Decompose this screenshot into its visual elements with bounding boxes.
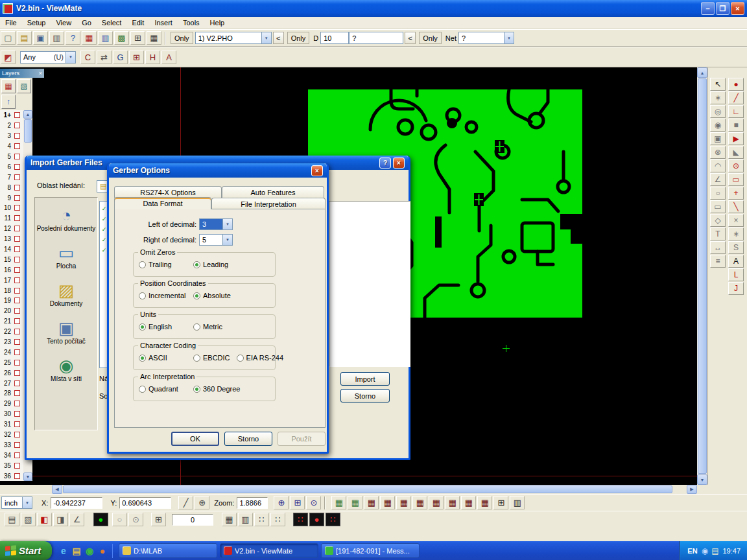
task-mlab[interactable]: D:\MLAB [119,543,217,558]
place-recent-documents[interactable]: ◔Poslední dokumenty [36,205,96,232]
pointer-tool-icon[interactable]: ↖ [710,78,726,91]
film-table2-icon[interactable]: ▦ [380,496,395,509]
film-select-icon[interactable]: ▦ [82,31,97,45]
radio-incremental[interactable]: Incremental [139,292,193,299]
place-desktop[interactable]: ▭Plocha [36,243,96,270]
layer-row[interactable]: 22 [0,327,23,337]
menu-item-setup[interactable]: Setup [22,18,51,28]
layer-row[interactable]: 24 [0,347,23,357]
gear-icon[interactable]: ∗ [728,228,744,240]
layer-row[interactable]: 28 [0,388,23,399]
layer-color-box[interactable] [14,205,20,211]
pad-round-icon[interactable]: ◎ [710,105,726,118]
rotate-icon[interactable]: ∠ [69,513,84,526]
chevron-down-icon[interactable]: ▼ [22,497,32,508]
menu-item-view[interactable]: View [51,18,77,28]
layer-row[interactable]: 34 [0,450,23,460]
layer-color-box[interactable] [14,308,20,314]
tab-data-format[interactable]: Data Format [114,197,211,209]
a-text-icon[interactable]: A [161,51,176,64]
black-grid2-icon[interactable]: ▥ [510,496,525,509]
zoom-in-icon[interactable]: ⊕ [274,496,289,509]
menu-item-select[interactable]: Select [97,18,127,28]
layer-row[interactable]: 10 [0,203,23,213]
measure-grid-icon[interactable]: ▦ [147,31,161,45]
layer-color-box[interactable] [14,226,20,231]
layer-color-box[interactable] [14,411,20,417]
prev-film-button[interactable]: < [273,32,284,44]
layer-color-box[interactable] [14,215,20,221]
wedge-tool-icon[interactable]: ◣ [728,146,744,159]
layer-row[interactable]: 27 [0,378,23,388]
thermal-pad-icon[interactable]: ⊗ [710,146,726,159]
tab-auto-features[interactable]: Auto Features [222,186,324,198]
place-documents[interactable]: ▨Dokumenty [36,281,96,307]
layer-color-box[interactable] [14,143,20,149]
target-pad-icon[interactable]: ⊙ [728,159,744,172]
layer-row[interactable]: 17 [0,275,23,285]
layer-color-box[interactable] [14,288,20,294]
layer-row[interactable]: 20 [0,306,23,316]
layer-row[interactable]: 13 [0,234,23,244]
layer-row[interactable]: 2 [0,121,23,131]
folder-quicklaunch-icon[interactable]: ▤ [70,544,83,557]
new-file-icon[interactable]: ▢ [1,31,16,45]
left-decimal-select[interactable]: 3 ▼ [199,218,233,230]
context-help-icon[interactable]: ? [65,31,80,45]
text-tool-icon[interactable]: T [710,228,726,240]
close-icon[interactable]: × [39,70,42,76]
update-quicklaunch-icon[interactable]: ◉ [83,544,96,557]
pad-square-icon[interactable]: ▣ [710,132,726,145]
film-table6-icon[interactable]: ▦ [445,496,460,509]
open-file-icon[interactable]: ▤ [17,31,32,45]
layer-color-box[interactable] [14,122,20,128]
tray-keyboard-icon[interactable]: ▤ [711,546,718,555]
lamp-off-icon[interactable]: ○ [112,513,127,526]
stack-tool-icon[interactable]: ≡ [710,255,726,268]
layer-row[interactable]: 32 [0,430,23,440]
layer-color-box[interactable] [14,246,20,252]
layer-color-box[interactable] [14,432,20,438]
start-button[interactable]: Start [0,541,52,560]
layer-color-box[interactable] [14,370,20,376]
layer-color-box[interactable] [14,195,20,201]
layer-color-box[interactable] [14,349,20,355]
file-list[interactable] [329,201,410,367]
layer-color-box[interactable] [14,112,20,118]
layer-color-box[interactable] [14,473,20,479]
ortho-trace-icon[interactable]: ∟ [728,105,744,118]
frame-grid-icon[interactable]: ▦ [331,496,346,509]
help-button[interactable]: ? [379,158,391,169]
lamp-probe-icon[interactable]: ⊙ [128,513,143,526]
chevron-down-icon[interactable]: ▼ [261,32,271,43]
film-table4-icon[interactable]: ▦ [412,496,427,509]
radio-english[interactable]: English [139,323,193,331]
horizontal-scroll-thumb[interactable] [63,485,672,493]
layer-row[interactable]: 25 [0,357,23,368]
menu-item-file[interactable]: File [0,18,22,28]
text-a-icon[interactable]: A [728,255,744,268]
layer-color-box[interactable] [14,277,20,283]
layer-row[interactable]: 11 [0,213,23,224]
scroll-left-arrow-icon[interactable]: ◀ [52,485,62,494]
radio-ascii[interactable]: ASCII [139,354,193,362]
measure-distance-icon[interactable]: ╱ [178,496,193,509]
layer-color-box[interactable] [14,164,20,170]
film-table7-icon[interactable]: ▦ [461,496,476,509]
layer-color-box[interactable] [14,360,20,366]
layer-row[interactable]: 35 [0,460,23,471]
film-select[interactable]: 1) V2.PHO ▼ [195,32,272,44]
layer-row[interactable]: 7 [0,172,23,182]
layer-row[interactable]: 30 [0,409,23,419]
draw-trace-icon[interactable]: ╱ [728,91,744,104]
layer-row[interactable]: 21 [0,316,23,327]
dcode-input[interactable]: 10 [320,32,349,44]
dimension-tool-icon[interactable]: ↔ [710,241,726,254]
layer-row[interactable]: 19 [0,296,23,306]
layer-row[interactable]: 5 [0,152,23,162]
layer-color-box[interactable] [14,267,20,273]
layer-row[interactable]: 36 [0,471,23,481]
layer-color-box[interactable] [14,452,20,458]
mirror-y-icon[interactable]: ◨ [53,513,68,526]
layer-color-box[interactable] [14,329,20,334]
